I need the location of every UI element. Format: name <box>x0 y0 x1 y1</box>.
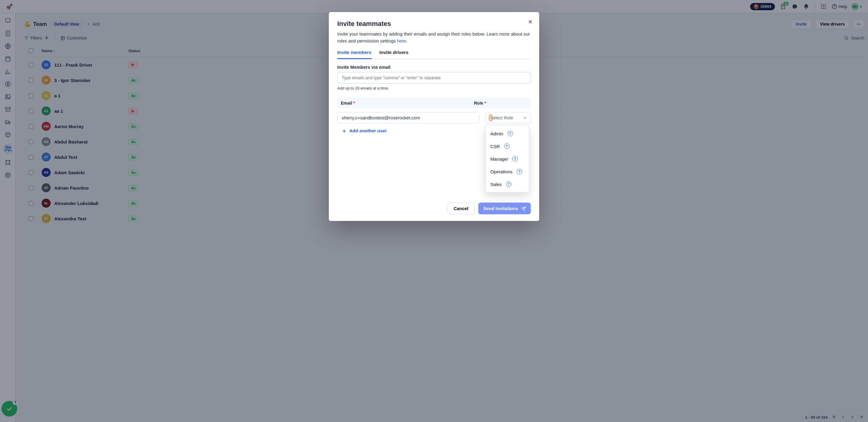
role-option-label: Operations <box>490 169 513 174</box>
add-another-label: Add another user <box>349 128 387 133</box>
send-label: Send Invitations <box>483 206 518 211</box>
info-icon[interactable]: ? <box>506 181 512 187</box>
send-icon <box>521 206 526 211</box>
tab-invite-drivers[interactable]: Invite drivers <box>379 50 409 59</box>
modal-tabs: Invite members Invite drivers <box>337 50 531 59</box>
info-icon[interactable]: ? <box>513 156 518 161</box>
role-option-label: Admin <box>490 131 503 136</box>
info-icon[interactable]: ? <box>517 169 522 174</box>
role-option-label: Sales <box>490 182 502 187</box>
modal-subtitle-text: Invite your teammates by adding their em… <box>337 31 530 43</box>
send-invitations-button[interactable]: Send Invitations <box>478 203 531 214</box>
modal-footer: Cancel Send Invitations <box>337 203 531 214</box>
tab-invite-members[interactable]: Invite members <box>337 50 372 59</box>
role-option-label: Manager <box>490 156 508 161</box>
modal-title: Invite teammates <box>337 20 531 28</box>
role-option-label: CSR <box>490 144 500 149</box>
role-placeholder: Select Role <box>490 115 513 120</box>
role-option[interactable]: Manager? <box>486 153 529 165</box>
modal-subtitle: Invite your teammates by adding their em… <box>337 31 531 44</box>
role-option[interactable]: Operations? <box>486 165 529 178</box>
section-title: Invite Members via email <box>337 64 531 70</box>
permissions-help-link[interactable]: here <box>397 38 406 43</box>
email-field[interactable]: sherry.c+sandboxtest@roserocket.com <box>337 112 479 123</box>
invite-row: sherry.c+sandboxtest@roserocket.com Sele… <box>337 112 531 123</box>
col-email-header: Email * <box>341 101 468 106</box>
invite-modal: ✕ Invite teammates Invite your teammates… <box>329 12 539 221</box>
col-role-header: Role * <box>474 101 527 106</box>
bulk-email-input[interactable] <box>337 72 531 84</box>
role-dropdown: Admin?CSR?Manager?Operations?Sales? <box>485 125 529 192</box>
cursor-highlight <box>489 115 493 121</box>
role-option[interactable]: Admin? <box>486 127 529 140</box>
info-icon[interactable]: ? <box>507 131 513 136</box>
role-option[interactable]: Sales? <box>486 178 529 190</box>
cancel-button[interactable]: Cancel <box>447 203 475 214</box>
info-icon[interactable]: ? <box>504 144 510 149</box>
email-hint: Add up to 20 emails at a time. <box>337 86 531 90</box>
chevron-down-icon <box>523 116 527 120</box>
role-option[interactable]: CSR? <box>486 140 529 153</box>
invite-grid-header: Email * Role * <box>337 98 531 109</box>
close-icon[interactable]: ✕ <box>528 19 532 25</box>
role-select[interactable]: Select Role Admin?CSR?Manager?Operations… <box>486 112 531 123</box>
